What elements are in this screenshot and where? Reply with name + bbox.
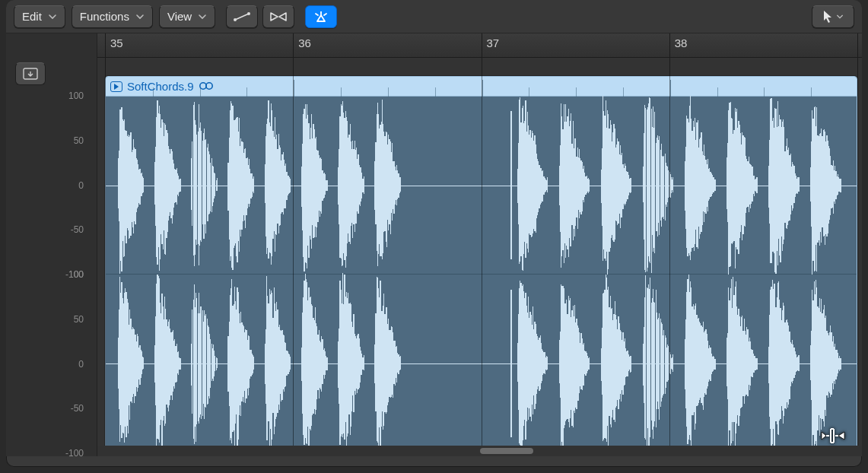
- region-play-icon[interactable]: [110, 81, 122, 92]
- region-end-resize-cursor-icon: [820, 427, 846, 448]
- region-title-wrap: SoftChords.9: [110, 80, 214, 93]
- editor-toolbar: Edit Functions View: [6, 0, 862, 33]
- chevron-down-icon: [48, 12, 57, 21]
- bar-line: 35: [105, 33, 106, 57]
- bar-number-label: 37: [487, 37, 500, 49]
- automation-curve-button[interactable]: [226, 5, 258, 28]
- region-name-label: SoftChords.9: [127, 80, 194, 93]
- bar-number-label: 35: [110, 37, 123, 49]
- left-gutter: 100500-50-100 100500-50-100: [6, 33, 97, 456]
- amplitude-tick-label: -100: [65, 448, 84, 459]
- bar-line: 36: [293, 33, 294, 57]
- bar-ruler[interactable]: 3536373839: [97, 33, 862, 58]
- amplitude-tick-label: 100: [68, 269, 84, 280]
- editor-body: 100500-50-100 100500-50-100 3536373839 S…: [6, 33, 862, 456]
- grid-line: [669, 58, 670, 456]
- horizontal-scroll-thumb[interactable]: [480, 448, 533, 454]
- amplitude-tick-label: 50: [74, 314, 84, 325]
- catalog-button[interactable]: [15, 62, 46, 85]
- catch-button-group: [305, 5, 337, 28]
- chevron-down-icon: [836, 13, 844, 21]
- chevron-down-icon: [135, 12, 145, 21]
- grid-line: [482, 58, 482, 456]
- bar-line: 38: [669, 33, 670, 57]
- amplitude-scale-bottom: 100500-50-100: [6, 275, 97, 453]
- amplitude-tick-label: 0: [78, 180, 84, 191]
- app-frame: Edit Functions View: [0, 0, 868, 473]
- amplitude-tick-label: -50: [71, 403, 84, 414]
- grid-line: [293, 58, 294, 456]
- flex-button[interactable]: [262, 5, 294, 28]
- bar-line: 39: [857, 33, 858, 57]
- edit-menu[interactable]: Edit: [14, 5, 65, 28]
- edit-menu-label: Edit: [22, 10, 42, 23]
- functions-menu[interactable]: Functions: [72, 5, 153, 28]
- grid-line: [105, 58, 106, 456]
- svg-point-4: [205, 83, 211, 89]
- horizontal-scrollbar[interactable]: [97, 446, 862, 456]
- bar-number-label: 38: [675, 37, 688, 49]
- chevron-down-icon: [198, 12, 207, 21]
- mode-button-group: [226, 5, 294, 28]
- amplitude-scale-top: 100500-50-100: [6, 96, 97, 275]
- amplitude-tick-label: 100: [68, 90, 84, 101]
- pointer-tool-button[interactable]: [812, 5, 854, 28]
- functions-menu-label: Functions: [80, 10, 129, 23]
- view-menu-label: View: [167, 10, 192, 23]
- catch-playhead-button[interactable]: [305, 5, 337, 28]
- grid-line: [857, 58, 858, 456]
- bar-line: 37: [482, 33, 482, 57]
- amplitude-tick-label: 50: [74, 135, 84, 146]
- amplitude-tick-label: -50: [71, 224, 84, 235]
- amplitude-tick-label: 0: [78, 359, 84, 370]
- stereo-loop-icon: [199, 80, 214, 93]
- view-menu[interactable]: View: [159, 5, 215, 28]
- bar-number-label: 36: [298, 37, 311, 49]
- audio-editor-panel: Edit Functions View: [6, 0, 862, 467]
- track-lane[interactable]: SoftChords.9: [97, 58, 862, 456]
- svg-point-3: [199, 83, 205, 89]
